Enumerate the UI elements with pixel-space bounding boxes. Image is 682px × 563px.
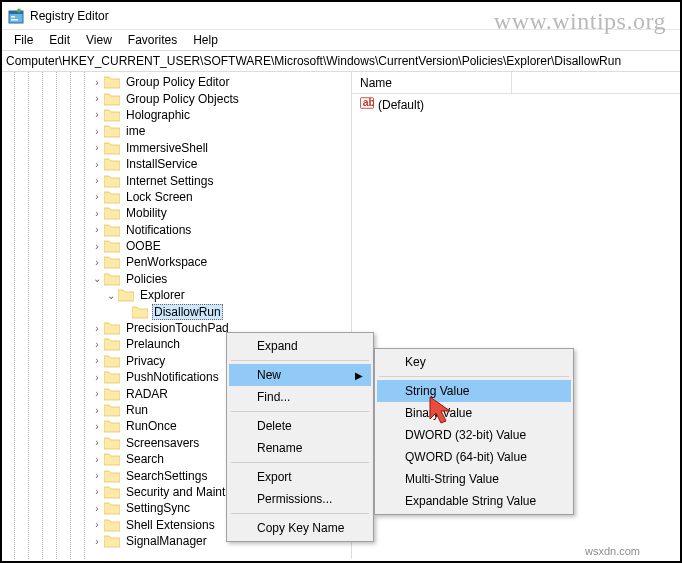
chevron-right-icon[interactable] bbox=[92, 536, 102, 547]
ctx2-item-string-value[interactable]: String Value bbox=[377, 380, 571, 402]
tree-node-ime[interactable]: ime bbox=[2, 123, 351, 139]
tree-node-immersiveshell[interactable]: ImmersiveShell bbox=[2, 140, 351, 156]
ctx2-item-multi-string-value[interactable]: Multi-String Value bbox=[377, 468, 571, 490]
ctx1-item-export[interactable]: Export bbox=[229, 466, 371, 488]
chevron-right-icon[interactable] bbox=[92, 224, 102, 235]
ctx1-item-expand[interactable]: Expand bbox=[229, 335, 371, 357]
folder-icon bbox=[104, 124, 120, 138]
folder-icon bbox=[104, 223, 120, 237]
menu-separator bbox=[231, 513, 369, 514]
tree-node-label: Mobility bbox=[124, 206, 169, 220]
ctx2-item-expandable-string-value[interactable]: Expandable String Value bbox=[377, 490, 571, 512]
ctx1-item-find[interactable]: Find... bbox=[229, 386, 371, 408]
tree-node-label: PushNotifications bbox=[124, 370, 221, 384]
chevron-right-icon[interactable] bbox=[92, 421, 102, 432]
tree-node-label: Search bbox=[124, 452, 166, 466]
chevron-right-icon[interactable] bbox=[92, 257, 102, 268]
chevron-right-icon[interactable] bbox=[92, 486, 102, 497]
menu-separator bbox=[231, 411, 369, 412]
folder-icon bbox=[104, 501, 120, 515]
chevron-right-icon[interactable] bbox=[92, 175, 102, 186]
chevron-right-icon[interactable] bbox=[92, 126, 102, 137]
menu-item-label: Export bbox=[257, 470, 292, 484]
context-submenu-new[interactable]: KeyString ValueBinary ValueDWORD (32-bit… bbox=[374, 348, 574, 515]
ctx2-item-key[interactable]: Key bbox=[377, 351, 571, 373]
ctx2-item-dword-32-bit-value[interactable]: DWORD (32-bit) Value bbox=[377, 424, 571, 446]
folder-icon bbox=[104, 485, 120, 499]
chevron-right-icon[interactable] bbox=[92, 372, 102, 383]
chevron-right-icon[interactable] bbox=[92, 93, 102, 104]
chevron-right-icon[interactable] bbox=[92, 339, 102, 350]
chevron-right-icon[interactable] bbox=[92, 159, 102, 170]
tree-node-label: SignalManager bbox=[124, 534, 209, 548]
chevron-right-icon[interactable] bbox=[92, 109, 102, 120]
chevron-right-icon[interactable] bbox=[92, 454, 102, 465]
chevron-right-icon[interactable] bbox=[92, 388, 102, 399]
tree-node-label: Screensavers bbox=[124, 436, 201, 450]
tree-node-label: ImmersiveShell bbox=[124, 141, 210, 155]
tree-node-label: Explorer bbox=[138, 288, 187, 302]
tree-node-explorer[interactable]: Explorer bbox=[2, 287, 351, 303]
chevron-right-icon[interactable] bbox=[92, 519, 102, 530]
chevron-right-icon[interactable] bbox=[92, 437, 102, 448]
tree-node-policies[interactable]: Policies bbox=[2, 271, 351, 287]
ctx2-item-binary-value[interactable]: Binary Value bbox=[377, 402, 571, 424]
tree-node-disallowrun[interactable]: DisallowRun bbox=[2, 303, 351, 319]
folder-icon bbox=[104, 354, 120, 368]
menu-view[interactable]: View bbox=[78, 31, 120, 49]
menu-edit[interactable]: Edit bbox=[41, 31, 78, 49]
tree-node-notifications[interactable]: Notifications bbox=[2, 222, 351, 238]
folder-icon bbox=[104, 174, 120, 188]
ctx1-item-delete[interactable]: Delete bbox=[229, 415, 371, 437]
tree-node-label: OOBE bbox=[124, 239, 163, 253]
tree-node-label: DisallowRun bbox=[152, 304, 223, 320]
ctx1-item-copy-key-name[interactable]: Copy Key Name bbox=[229, 517, 371, 539]
chevron-right-icon[interactable] bbox=[92, 241, 102, 252]
tree-node-installservice[interactable]: InstallService bbox=[2, 156, 351, 172]
tree-node-penworkspace[interactable]: PenWorkspace bbox=[2, 254, 351, 270]
ctx1-item-new[interactable]: New▶ bbox=[229, 364, 371, 386]
tree-node-label: Prelaunch bbox=[124, 337, 182, 351]
tree-node-group-policy-editor[interactable]: Group Policy Editor bbox=[2, 74, 351, 90]
chevron-down-icon[interactable] bbox=[106, 290, 116, 301]
menu-item-label: Binary Value bbox=[405, 406, 472, 420]
chevron-right-icon[interactable] bbox=[92, 191, 102, 202]
tree-node-group-policy-objects[interactable]: Group Policy Objects bbox=[2, 90, 351, 106]
menu-item-label: Expand bbox=[257, 339, 298, 353]
tree-node-holographic[interactable]: Holographic bbox=[2, 107, 351, 123]
chevron-right-icon[interactable] bbox=[92, 142, 102, 153]
context-menu[interactable]: ExpandNew▶Find...DeleteRenameExportPermi… bbox=[226, 332, 374, 542]
chevron-right-icon[interactable] bbox=[92, 323, 102, 334]
folder-icon bbox=[104, 403, 120, 417]
ctx2-item-qword-64-bit-value[interactable]: QWORD (64-bit) Value bbox=[377, 446, 571, 468]
tree-node-internet-settings[interactable]: Internet Settings bbox=[2, 172, 351, 188]
value-row-default[interactable]: ab (Default) bbox=[352, 94, 680, 115]
chevron-right-icon[interactable] bbox=[92, 405, 102, 416]
tree-node-label: Run bbox=[124, 403, 150, 417]
tree-node-label: Holographic bbox=[124, 108, 192, 122]
tree-node-mobility[interactable]: Mobility bbox=[2, 205, 351, 221]
menu-favorites[interactable]: Favorites bbox=[120, 31, 185, 49]
chevron-right-icon[interactable] bbox=[92, 503, 102, 514]
tree-node-label: Group Policy Editor bbox=[124, 75, 231, 89]
ctx1-item-permissions[interactable]: Permissions... bbox=[229, 488, 371, 510]
folder-icon bbox=[104, 419, 120, 433]
chevron-right-icon: ▶ bbox=[355, 370, 363, 381]
tree-node-label: SettingSync bbox=[124, 501, 192, 515]
chevron-right-icon[interactable] bbox=[92, 355, 102, 366]
column-name[interactable]: Name bbox=[352, 72, 512, 93]
address-bar[interactable]: Computer\HKEY_CURRENT_USER\SOFTWARE\Micr… bbox=[2, 50, 680, 72]
chevron-right-icon[interactable] bbox=[92, 208, 102, 219]
tree-node-label: Notifications bbox=[124, 223, 193, 237]
tree-node-label: SearchSettings bbox=[124, 469, 209, 483]
ctx1-item-rename[interactable]: Rename bbox=[229, 437, 371, 459]
chevron-right-icon[interactable] bbox=[92, 77, 102, 88]
chevron-right-icon[interactable] bbox=[92, 470, 102, 481]
menu-help[interactable]: Help bbox=[185, 31, 226, 49]
title-bar: Registry Editor bbox=[2, 2, 680, 30]
tree-node-lock-screen[interactable]: Lock Screen bbox=[2, 189, 351, 205]
menu-file[interactable]: File bbox=[6, 31, 41, 49]
chevron-down-icon[interactable] bbox=[92, 273, 102, 284]
folder-icon bbox=[104, 370, 120, 384]
tree-node-oobe[interactable]: OOBE bbox=[2, 238, 351, 254]
